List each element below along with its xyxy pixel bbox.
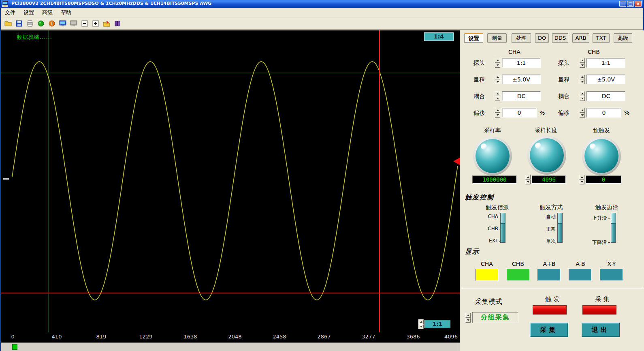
export-icon[interactable] [102, 19, 111, 28]
trigger-mode-option-single[interactable]: 单次 [538, 238, 556, 245]
sample-length-knob[interactable] [527, 136, 566, 175]
knob-ball [476, 139, 510, 173]
tab-txt[interactable]: TXT [593, 33, 610, 43]
horizontal-scale-spinner[interactable] [418, 319, 424, 329]
probe-spinner-chb[interactable] [580, 58, 585, 68]
display-aplusb-label: A+B [538, 261, 561, 267]
sample-length-spinner[interactable] [525, 175, 531, 184]
cha-header: CHA [505, 49, 524, 55]
chb-header: CHB [584, 49, 603, 55]
pretrigger-value: 0 [586, 176, 621, 184]
range-spinner-cha[interactable] [495, 75, 500, 84]
window-controls: — □ × [618, 1, 642, 7]
acquisition-mode-value[interactable]: 分组采集 [472, 312, 518, 323]
offset-spinner-chb[interactable] [580, 108, 585, 118]
vertical-scale-indicator[interactable]: 1:4 [424, 32, 454, 41]
tab-settings[interactable]: 设置 [464, 33, 483, 43]
probe-field-cha[interactable]: 1:1 [502, 58, 541, 68]
x-axis-ticks: 041081912291638204824582867327736864096 [1, 334, 460, 342]
help-icon[interactable] [113, 19, 122, 28]
display-aminusb-button[interactable] [569, 269, 592, 281]
print-icon[interactable] [25, 19, 35, 28]
open-icon[interactable] [3, 19, 13, 28]
x-axis-tick: 2458 [273, 334, 286, 340]
horizontal-scale-indicator[interactable]: 1:1 [424, 320, 450, 328]
offset-field-cha[interactable]: 0 [502, 108, 537, 118]
minimize-button[interactable]: — [619, 1, 626, 7]
range-field-chb[interactable]: ±5.0V [586, 75, 625, 84]
sample-rate-knob[interactable] [473, 137, 512, 176]
x-axis-tick: 819 [96, 334, 107, 340]
knob-ball [584, 139, 618, 173]
display-icon[interactable] [58, 19, 68, 28]
probe-spinner-cha[interactable] [495, 58, 500, 68]
menu-file[interactable]: 文件 [1, 8, 19, 17]
x-axis-tick: 1229 [139, 334, 152, 340]
maximize-button[interactable]: □ [627, 1, 634, 7]
display-heading: 显示 [465, 248, 480, 256]
about-icon[interactable] [47, 19, 57, 28]
scrollbar-thumb[interactable] [12, 344, 17, 350]
coupling-spinner-chb[interactable] [580, 91, 585, 101]
save-icon[interactable] [14, 19, 24, 28]
trigger-source-option-ext[interactable]: EXT [480, 238, 498, 244]
close-button[interactable]: × [635, 1, 642, 7]
coupling-spinner-cha[interactable] [495, 91, 500, 101]
menu-help[interactable]: 帮助 [57, 8, 75, 17]
offset-field-chb[interactable]: 0 [586, 108, 621, 118]
display-xy-label: X-Y [600, 261, 623, 267]
display-xy-button[interactable] [600, 269, 623, 281]
display-cha-label: CHA [476, 261, 498, 267]
trigger-edge-option-rising[interactable]: 上升沿 [586, 215, 607, 222]
display-aminusb-label: A-B [569, 261, 592, 267]
coupling-field-cha[interactable]: DC [502, 91, 541, 101]
zoom-out-icon[interactable] [80, 19, 90, 28]
trigger-mode-slider[interactable] [557, 213, 563, 243]
oscilloscope-display: 数据就绪...... 1:4 1:1 041081912291638204824… [1, 30, 460, 342]
tab-arb[interactable]: ARB [572, 33, 589, 43]
offset-label-cha: 偏移 [473, 109, 485, 117]
tab-dds[interactable]: DDS [552, 33, 568, 43]
app-window: PCI2800V2 2CH14BITS80MSPSDSO & 1CH20MHzD… [0, 0, 644, 351]
acquire-button[interactable]: 采集 [530, 323, 568, 337]
exit-button[interactable]: 退出 [581, 323, 620, 337]
plot-scrollbar[interactable] [1, 342, 460, 351]
trigger-mode-option-normal[interactable]: 正常 [538, 226, 556, 233]
display-cha-button[interactable] [476, 269, 499, 281]
menu-advanced[interactable]: 高级 [38, 8, 57, 17]
control-panel: 设置 测量 处理 DO DDS ARB TXT 高级 CHA CHB 探头 1:… [460, 30, 644, 351]
probe-field-chb[interactable]: 1:1 [586, 58, 625, 68]
display-off-icon[interactable] [69, 19, 79, 28]
probe-label-chb: 探头 [558, 60, 569, 67]
x-axis-tick: 410 [52, 334, 62, 340]
tab-process[interactable]: 处理 [512, 33, 531, 43]
range-spinner-chb[interactable] [580, 75, 585, 84]
tab-do[interactable]: DO [535, 33, 549, 43]
offset-unit-cha: % [540, 109, 545, 116]
tab-measure[interactable]: 测量 [487, 33, 507, 43]
offset-spinner-cha[interactable] [495, 108, 500, 118]
trigger-edge-option-falling[interactable]: 下降沿 [586, 239, 607, 246]
display-chb-button[interactable] [507, 269, 530, 281]
zoom-in-icon[interactable] [91, 19, 100, 28]
trigger-mode-option-auto[interactable]: 自动 [538, 214, 556, 220]
trigger-source-label: 触发信源 [483, 204, 512, 211]
tab-advanced[interactable]: 高级 [614, 33, 632, 43]
pretrigger-knob[interactable] [582, 137, 621, 176]
pretrigger-label: 预触发 [587, 127, 616, 134]
x-axis-tick: 2867 [317, 334, 331, 340]
trigger-level-marker[interactable] [453, 158, 460, 165]
sample-rate-label: 采样率 [478, 127, 507, 134]
trigger-source-option-chb[interactable]: CHB [480, 226, 498, 231]
menu-settings[interactable]: 设置 [19, 8, 38, 17]
pretrigger-spinner[interactable] [579, 175, 584, 184]
range-field-cha[interactable]: ±5.0V [502, 75, 541, 84]
trigger-source-option-cha[interactable]: CHA [480, 214, 498, 219]
x-axis-tick: 4096 [444, 334, 458, 340]
coupling-field-chb[interactable]: DC [586, 91, 625, 101]
acquisition-mode-spinner[interactable] [465, 313, 471, 323]
display-aplusb-button[interactable] [537, 269, 561, 281]
run-icon[interactable] [36, 19, 46, 28]
trigger-edge-slider[interactable] [611, 213, 616, 243]
trigger-source-slider[interactable] [500, 213, 505, 243]
